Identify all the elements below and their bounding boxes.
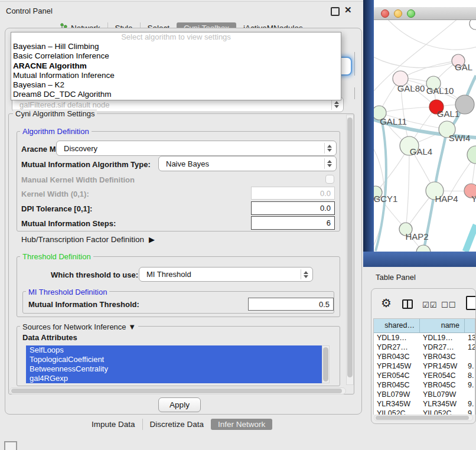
mi-threshold-field[interactable]: 0.5	[248, 298, 334, 311]
network-window-titlebar[interactable]	[374, 7, 476, 20]
float-window-icon[interactable]	[331, 7, 340, 16]
attribute-item[interactable]: gal4RGexp	[26, 374, 330, 383]
table-cell: YBR043C	[374, 352, 420, 361]
hidden-groupbox-edge	[354, 87, 355, 99]
table-cell: YLR345W	[420, 399, 465, 409]
network-window-frame	[363, 0, 374, 267]
sources-section-toggle[interactable]: Sources for Network Inference ▼	[20, 322, 138, 331]
attributes-scrollbar[interactable]	[322, 345, 330, 383]
scrollbar-thumb[interactable]	[323, 347, 328, 381]
tab-impute-data[interactable]: Impute Data	[84, 419, 142, 430]
network-view-canvas[interactable]: GALGAL80GAL10GAL1GAL11SWI4GAL4GCY1HAP4YH…	[374, 20, 476, 252]
table-row[interactable]: YDL19…YDL19…13	[374, 333, 475, 343]
network-node[interactable]	[467, 146, 476, 164]
table-cell: 13	[465, 333, 475, 343]
node-table[interactable]: shared…nameAYDL19…YDL19…13YDR27…YDR27…12…	[373, 318, 475, 415]
network-window-frame-bottom	[363, 252, 476, 267]
table-row[interactable]: YBR043CYBR043C	[374, 352, 475, 361]
node-label: GAL4	[410, 146, 432, 156]
algorithm-option[interactable]: Bayesian – Hill Climbing	[11, 42, 341, 51]
sources-title: Sources for Network Inference	[22, 322, 126, 331]
apply-button[interactable]: Apply	[158, 397, 201, 412]
mi-type-value: Naive Bayes	[166, 159, 209, 168]
network-node-labels: GALGAL80GAL10GAL1GAL11SWI4GAL4GCY1HAP4YH…	[374, 62, 476, 242]
table-row[interactable]: YDR27…YDR27…12	[374, 343, 475, 352]
algorithm-option[interactable]: ARACNE Algorithm	[11, 61, 341, 71]
scrollbar-thumb[interactable]	[11, 389, 342, 393]
algorithm-option[interactable]: Bayesian – K2	[11, 80, 341, 90]
collapsed-panel-icon[interactable]	[4, 441, 17, 450]
settings-group-title: Cyni Algorithm Settings	[13, 109, 97, 118]
divider	[0, 1, 366, 2]
kernel-width-field[interactable]: 0.0	[251, 187, 335, 200]
column-header[interactable]: name	[420, 319, 465, 333]
attribute-item[interactable]: TopologicalCoefficient	[26, 355, 330, 364]
node-label: GAL1	[437, 109, 459, 119]
gear-icon[interactable]: ⚙	[381, 297, 392, 309]
mi-steps-field[interactable]: 6	[251, 216, 335, 230]
algorithm-definition-title: Algorithm Definition	[20, 127, 92, 136]
algorithm-option-list: Bayesian – Hill ClimbingBasic Correlatio…	[11, 42, 341, 100]
stepper-icon	[324, 143, 334, 154]
table-row[interactable]: YBL079WYBL079W	[374, 390, 475, 399]
table-cell: YLR345W	[374, 399, 420, 409]
table-cell: YBR043C	[420, 352, 465, 361]
algorithm-option[interactable]: Dream8 DC_TDC Algorithm	[11, 90, 341, 99]
table-cell: YIL052C	[374, 409, 420, 415]
table-horizontal-scrollbar[interactable]	[374, 415, 473, 421]
stepper-icon	[324, 158, 334, 169]
table-row[interactable]: YBR045CYBR045C9.	[374, 380, 475, 390]
table-cell: YPR145W	[420, 361, 465, 371]
table-cell: 9.	[465, 409, 475, 415]
select-all-columns-icon[interactable]: ☑☑	[422, 301, 437, 309]
aracne-mode-combo[interactable]: Discovery	[56, 141, 337, 156]
which-threshold-combo[interactable]: MI Threshold	[139, 267, 313, 282]
close-icon[interactable]: ✕	[344, 5, 352, 15]
minimize-traffic-light[interactable]	[394, 9, 402, 18]
unselect-all-columns-icon[interactable]: ☐☐	[441, 301, 456, 309]
table-cell: YDR27…	[420, 343, 465, 352]
table-row[interactable]: YPR145WYPR145W9.	[374, 361, 475, 371]
scrollbar-thumb[interactable]	[376, 416, 469, 420]
hidden-groupbox-edge	[354, 52, 355, 76]
close-traffic-light[interactable]	[381, 9, 389, 18]
tab-infer-network[interactable]: Infer Network	[211, 419, 272, 430]
table-row[interactable]: YIL052CYIL052C9.	[374, 409, 475, 415]
column-settings-icon[interactable]	[402, 299, 413, 309]
attribute-item[interactable]: SelfLoops	[26, 345, 330, 355]
settings-vertical-scrollbar[interactable]	[346, 115, 354, 385]
tab-discretize-data[interactable]: Discretize Data	[142, 419, 211, 430]
table-cell: YBL079W	[374, 390, 420, 399]
hub-section-toggle[interactable]: Hub/Transcription Factor Definition▶	[21, 235, 155, 244]
dpi-tolerance-field[interactable]: 0.0	[251, 201, 335, 215]
column-header[interactable]: A	[465, 319, 475, 333]
table-row[interactable]: YER054CYER054C8.	[374, 371, 475, 380]
table-panel: ⚙ ☑☑ ☐☐ shared…nameAYDL19…YDL19…13YDR27……	[371, 288, 476, 424]
mi-steps-label: Mutual Information Steps:	[21, 219, 116, 228]
table-row[interactable]: YLR345WYLR345W9.	[374, 399, 475, 409]
column-header[interactable]: shared…	[374, 319, 420, 333]
scrollbar-thumb[interactable]	[347, 118, 353, 377]
mi-type-label: Mutual Information Algorithm Type:	[21, 160, 151, 169]
node-label: HAP4	[435, 194, 458, 204]
manual-kernel-checkbox[interactable]	[325, 175, 334, 184]
table-cell: YDL19…	[374, 333, 420, 343]
node-label: SWI4	[449, 133, 471, 143]
table-cell: 9.	[465, 361, 475, 371]
expand-arrow-icon: ▶	[149, 235, 155, 244]
table-cell	[465, 352, 475, 361]
new-table-icon[interactable]	[466, 296, 476, 310]
stepper-icon	[301, 269, 311, 279]
network-node[interactable]	[470, 20, 476, 30]
mi-type-combo[interactable]: Naive Bayes	[158, 156, 337, 171]
screen: Control Panel ✕ NetworkStyleSelectCyni T…	[0, 0, 476, 450]
network-window-top	[374, 0, 476, 7]
attribute-item[interactable]: BetweennessCentrality	[26, 364, 330, 374]
settings-horizontal-scrollbar[interactable]	[9, 387, 346, 394]
algorithm-option[interactable]: Mutual Information Inference	[11, 71, 341, 80]
which-threshold-label: Which threshold to use:	[51, 270, 138, 279]
algorithm-option[interactable]: Basic Correlation Inference	[11, 51, 341, 61]
zoom-traffic-light[interactable]	[407, 9, 415, 18]
table-cell: YIL052C	[420, 409, 465, 415]
node-label: GAL	[455, 62, 472, 72]
